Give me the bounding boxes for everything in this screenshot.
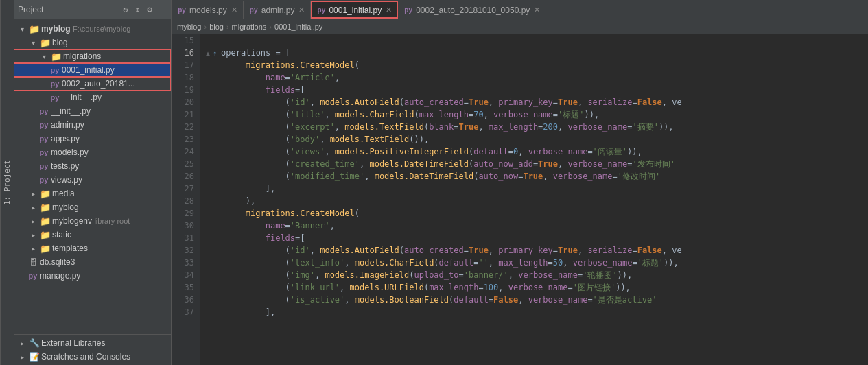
py-icon: py: [38, 147, 49, 158]
tree-item-media[interactable]: ▸ 📁 media: [14, 187, 171, 200]
tab-close-models[interactable]: ✕: [231, 5, 237, 14]
settings-icon[interactable]: ⚙: [145, 3, 154, 15]
code-line-22: ( 'excerpt' , models.TextField ( blank =…: [206, 121, 863, 133]
tree-item-0001-initial[interactable]: py 0001_initial.py: [14, 63, 171, 77]
chevron-down-icon: ▾: [38, 51, 49, 62]
breadcrumb-blog[interactable]: blog: [209, 23, 224, 31]
tree-label-apps: apps.py: [51, 134, 171, 143]
line-num-15: 15: [172, 34, 200, 47]
tree-item-init-mig[interactable]: py __init__.py: [14, 91, 171, 104]
tree-item-migrations[interactable]: ▾ 📁 migrations: [14, 49, 171, 63]
line-num-30: 30: [172, 220, 200, 232]
tree-item-templates[interactable]: ▸ 📁 templates: [14, 242, 171, 255]
line-numbers: 15 16 17 18 19 20 21 22 23 24 25 26 27 2…: [172, 34, 200, 365]
tree-item-scratches[interactable]: ▸ 📝 Scratches and Consoles: [14, 350, 171, 364]
chevron-right-icon: ▸: [16, 338, 27, 349]
line-num-22: 22: [172, 121, 200, 133]
code-line-16: ▲ ↑ operations = [: [206, 47, 863, 59]
tree-item-views[interactable]: py views.py: [14, 173, 171, 187]
tab-0002-auto[interactable]: py 0002_auto_20181010_0050.py ✕: [398, 1, 546, 19]
tab-0001-initial[interactable]: py 0001_initial.py ✕: [311, 1, 398, 19]
tree-label-media: media: [52, 189, 171, 198]
line-num-31: 31: [172, 232, 200, 244]
breadcrumb-myblog[interactable]: myblog: [177, 23, 201, 31]
tree-item-tests[interactable]: py tests.py: [14, 159, 171, 173]
line-num-34: 34: [172, 269, 200, 281]
code-line-24: ( 'views' , models.PositiveIntegerField …: [206, 145, 863, 158]
py-file-icon: py: [403, 5, 413, 15]
py-file-icon: py: [177, 5, 187, 15]
breadcrumb-migrations[interactable]: migrations: [232, 23, 267, 31]
line-num-20: 20: [172, 96, 200, 108]
code-line-32: ( 'id' , models.AutoField ( auto_created…: [206, 244, 863, 257]
py-icon: py: [38, 161, 49, 172]
refresh-icon[interactable]: ↻: [121, 3, 130, 15]
tree-item-admin[interactable]: py admin.py: [14, 118, 171, 132]
py-icon: py: [27, 270, 38, 281]
code-line-30: name = 'Banner' ,: [206, 220, 863, 232]
folder-icon: 📁: [40, 202, 51, 213]
folder-icon: 📁: [40, 243, 51, 254]
py-file-icon: py: [316, 5, 326, 15]
tab-admin[interactable]: py admin.py ✕: [244, 1, 312, 19]
line-num-19: 19: [172, 84, 200, 96]
main-content: py models.py ✕ py admin.py ✕ py 0001_ini…: [172, 0, 868, 365]
tree-item-init-blog[interactable]: py __init__.py: [14, 104, 171, 118]
tree-item-db-sqlite[interactable]: 🗄 db.sqlite3: [14, 255, 171, 269]
code-line-29: migrations.CreateModel (: [206, 207, 863, 220]
chevron-right-icon: ▸: [27, 202, 38, 213]
tab-label-models: models.py: [189, 5, 227, 15]
code-line-26: ( 'modified_time' , models.DateTimeField…: [206, 170, 863, 182]
breadcrumb-file[interactable]: 0001_initial.py: [274, 23, 322, 31]
folder-icon: 📁: [40, 37, 51, 48]
chevron-right-icon: ▸: [27, 188, 38, 199]
collapse-icon[interactable]: ↕: [133, 3, 143, 15]
tree-item-myblog[interactable]: ▾ 📁 myblog F:\course\myblog: [14, 22, 171, 36]
minimize-icon[interactable]: —: [157, 3, 167, 15]
code-line-23: ( 'body' , models.TextField ()),: [206, 133, 863, 145]
tree-item-blog[interactable]: ▾ 📁 blog: [14, 36, 171, 49]
py-icon: py: [49, 78, 60, 89]
tab-label-admin: admin.py: [261, 5, 295, 15]
panel-title: Project: [18, 5, 118, 14]
line-num-36: 36: [172, 294, 200, 306]
py-icon: py: [49, 92, 60, 103]
tree-label-models: models.py: [51, 148, 171, 157]
project-panel-header: Project ↻ ↕ ⚙ —: [14, 0, 171, 19]
breadcrumb-sep-2: ›: [226, 23, 229, 31]
tree-item-apps[interactable]: py apps.py: [14, 132, 171, 145]
tree-label-tests: tests.py: [51, 161, 171, 171]
line-num-29: 29: [172, 207, 200, 220]
tree-item-myblogdir[interactable]: ▸ 📁 myblog: [14, 200, 171, 214]
tab-close-0002-auto[interactable]: ✕: [534, 5, 540, 14]
chevron-right-icon: ▸: [16, 351, 27, 362]
code-line-28: ),: [206, 195, 863, 207]
tree-label-init-blog: __init__.py: [51, 106, 171, 116]
chevron-right-icon: ▸: [27, 243, 38, 254]
ext-libs-icon: 🔧: [29, 338, 40, 349]
chevron-down-icon: ▾: [27, 37, 38, 48]
folder-icon: 📁: [29, 23, 40, 34]
tree-item-static[interactable]: ▸ 📁 static: [14, 228, 171, 242]
bookmark-icon: ▲: [206, 49, 210, 57]
breadcrumb-sep-3: ›: [269, 23, 272, 31]
tree-item-external-libs[interactable]: ▸ 🔧 External Libraries: [14, 336, 171, 350]
tree-item-myblogenv[interactable]: ▸ 📁 myblogenv library root: [14, 214, 171, 228]
py-icon: py: [38, 119, 49, 130]
code-line-19: fields =[: [206, 84, 863, 96]
project-tab[interactable]: 1: Project: [0, 0, 14, 365]
tab-close-admin[interactable]: ✕: [298, 5, 305, 14]
py-icon: py: [38, 174, 49, 185]
editor[interactable]: 15 16 17 18 19 20 21 22 23 24 25 26 27 2…: [172, 34, 868, 365]
tree-item-models[interactable]: py models.py: [14, 145, 171, 159]
tree-item-manage[interactable]: py manage.py: [14, 269, 171, 283]
tree-label-myblogenv: myblogenv library root: [52, 216, 171, 226]
tab-label-0001-initial: 0001_initial.py: [329, 5, 382, 15]
tree-item-0002-auto[interactable]: py 0002_auto_20181...: [14, 77, 171, 91]
line-num-32: 32: [172, 244, 200, 257]
tab-close-0001-initial[interactable]: ✕: [386, 5, 392, 14]
tab-models[interactable]: py models.py ✕: [172, 1, 244, 19]
tree-label-0001-initial: 0001_initial.py: [62, 65, 171, 75]
tree-label-manage: manage.py: [40, 271, 171, 281]
tree-label-blog: blog: [52, 38, 171, 47]
